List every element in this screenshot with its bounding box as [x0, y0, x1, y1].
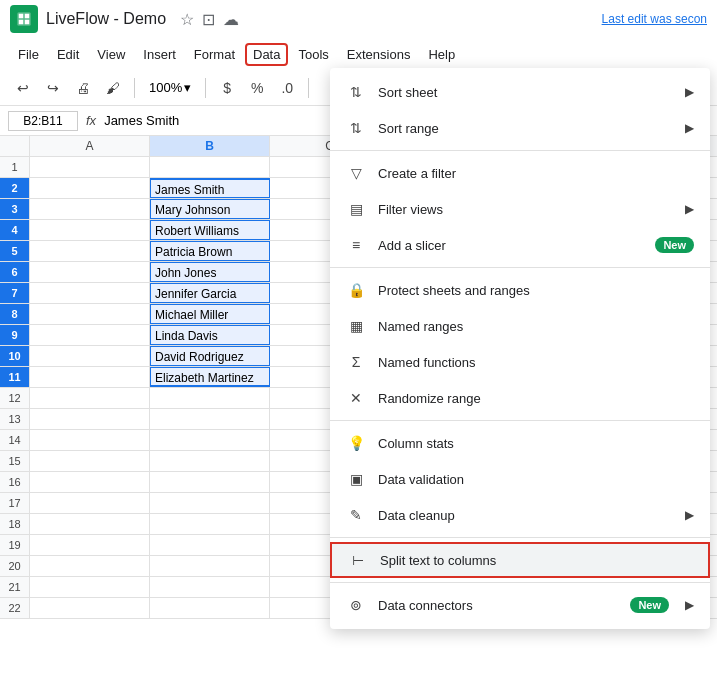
- print-button[interactable]: 🖨: [70, 75, 96, 101]
- row-number[interactable]: 10: [0, 346, 30, 366]
- row-number[interactable]: 12: [0, 388, 30, 408]
- col-header-a[interactable]: A: [30, 136, 150, 156]
- row-number[interactable]: 15: [0, 451, 30, 471]
- cell[interactable]: [150, 388, 270, 408]
- row-number[interactable]: 11: [0, 367, 30, 387]
- cell[interactable]: [30, 577, 150, 597]
- cell[interactable]: [30, 535, 150, 555]
- menu-named-ranges[interactable]: ▦ Named ranges: [330, 308, 710, 344]
- cell[interactable]: [30, 220, 150, 240]
- cell[interactable]: Jennifer Garcia: [150, 283, 270, 303]
- cell[interactable]: [150, 157, 270, 177]
- undo-button[interactable]: ↩: [10, 75, 36, 101]
- row-number[interactable]: 2: [0, 178, 30, 198]
- cell[interactable]: [30, 262, 150, 282]
- cell[interactable]: Mary Johnson: [150, 199, 270, 219]
- cell[interactable]: [150, 493, 270, 513]
- cell-reference[interactable]: [8, 111, 78, 131]
- cell[interactable]: [30, 430, 150, 450]
- row-number[interactable]: 20: [0, 556, 30, 576]
- menu-filter-views[interactable]: ▤ Filter views ▶: [330, 191, 710, 227]
- cell[interactable]: [30, 157, 150, 177]
- row-number[interactable]: 3: [0, 199, 30, 219]
- row-number[interactable]: 16: [0, 472, 30, 492]
- menu-column-stats[interactable]: 💡 Column stats: [330, 425, 710, 461]
- redo-button[interactable]: ↪: [40, 75, 66, 101]
- cell[interactable]: Michael Miller: [150, 304, 270, 324]
- percent-button[interactable]: %: [244, 75, 270, 101]
- menu-sort-range[interactable]: ⇅ Sort range ▶: [330, 110, 710, 146]
- menu-protect[interactable]: 🔒 Protect sheets and ranges: [330, 272, 710, 308]
- currency-button[interactable]: $: [214, 75, 240, 101]
- decimal-button[interactable]: .0: [274, 75, 300, 101]
- row-number[interactable]: 8: [0, 304, 30, 324]
- row-number[interactable]: 4: [0, 220, 30, 240]
- cell[interactable]: [150, 430, 270, 450]
- menu-file[interactable]: File: [10, 43, 47, 66]
- menu-extensions[interactable]: Extensions: [339, 43, 419, 66]
- row-number[interactable]: 18: [0, 514, 30, 534]
- cell[interactable]: Patricia Brown: [150, 241, 270, 261]
- cell[interactable]: [30, 178, 150, 198]
- cell[interactable]: [30, 493, 150, 513]
- cell[interactable]: [150, 598, 270, 618]
- cell[interactable]: [30, 199, 150, 219]
- row-number[interactable]: 5: [0, 241, 30, 261]
- last-edit[interactable]: Last edit was secon: [602, 12, 707, 26]
- cell[interactable]: Linda Davis: [150, 325, 270, 345]
- cell[interactable]: [30, 514, 150, 534]
- menu-add-slicer[interactable]: ≡ Add a slicer New: [330, 227, 710, 263]
- cell[interactable]: [30, 388, 150, 408]
- cell[interactable]: [30, 598, 150, 618]
- menu-data-connectors[interactable]: ⊚ Data connectors New ▶: [330, 587, 710, 623]
- col-header-b[interactable]: B: [150, 136, 270, 156]
- cell[interactable]: David Rodriguez: [150, 346, 270, 366]
- menu-view[interactable]: View: [89, 43, 133, 66]
- row-number[interactable]: 21: [0, 577, 30, 597]
- cell[interactable]: [30, 325, 150, 345]
- menu-edit[interactable]: Edit: [49, 43, 87, 66]
- row-number[interactable]: 17: [0, 493, 30, 513]
- cell[interactable]: Robert Williams: [150, 220, 270, 240]
- menu-data-validation[interactable]: ▣ Data validation: [330, 461, 710, 497]
- menu-data[interactable]: Data: [245, 43, 288, 66]
- cell[interactable]: [150, 472, 270, 492]
- menu-data-cleanup[interactable]: ✎ Data cleanup ▶: [330, 497, 710, 533]
- cell[interactable]: [30, 451, 150, 471]
- cell[interactable]: [150, 577, 270, 597]
- row-number[interactable]: 14: [0, 430, 30, 450]
- row-number[interactable]: 22: [0, 598, 30, 618]
- cell[interactable]: [30, 346, 150, 366]
- cell[interactable]: [150, 535, 270, 555]
- star-icon[interactable]: ☆: [180, 10, 194, 29]
- folder-icon[interactable]: ⊡: [202, 10, 215, 29]
- menu-sort-sheet[interactable]: ⇅ Sort sheet ▶: [330, 74, 710, 110]
- menu-insert[interactable]: Insert: [135, 43, 184, 66]
- cell[interactable]: [30, 367, 150, 387]
- cell[interactable]: [150, 451, 270, 471]
- menu-randomize[interactable]: ✕ Randomize range: [330, 380, 710, 416]
- cell[interactable]: [30, 556, 150, 576]
- menu-named-functions[interactable]: Σ Named functions: [330, 344, 710, 380]
- row-number[interactable]: 9: [0, 325, 30, 345]
- cell[interactable]: [150, 409, 270, 429]
- cell[interactable]: [30, 304, 150, 324]
- paint-format-button[interactable]: 🖌: [100, 75, 126, 101]
- cell[interactable]: [150, 514, 270, 534]
- row-number[interactable]: 13: [0, 409, 30, 429]
- menu-help[interactable]: Help: [420, 43, 463, 66]
- row-number[interactable]: 6: [0, 262, 30, 282]
- menu-create-filter[interactable]: ▽ Create a filter: [330, 155, 710, 191]
- cell[interactable]: [150, 556, 270, 576]
- cloud-icon[interactable]: ☁: [223, 10, 239, 29]
- menu-format[interactable]: Format: [186, 43, 243, 66]
- cell[interactable]: John Jones: [150, 262, 270, 282]
- row-number[interactable]: 1: [0, 157, 30, 177]
- cell[interactable]: [30, 283, 150, 303]
- row-number[interactable]: 7: [0, 283, 30, 303]
- cell[interactable]: Elizabeth Martinez: [150, 367, 270, 387]
- menu-tools[interactable]: Tools: [290, 43, 336, 66]
- cell[interactable]: [30, 472, 150, 492]
- cell[interactable]: [30, 241, 150, 261]
- row-number[interactable]: 19: [0, 535, 30, 555]
